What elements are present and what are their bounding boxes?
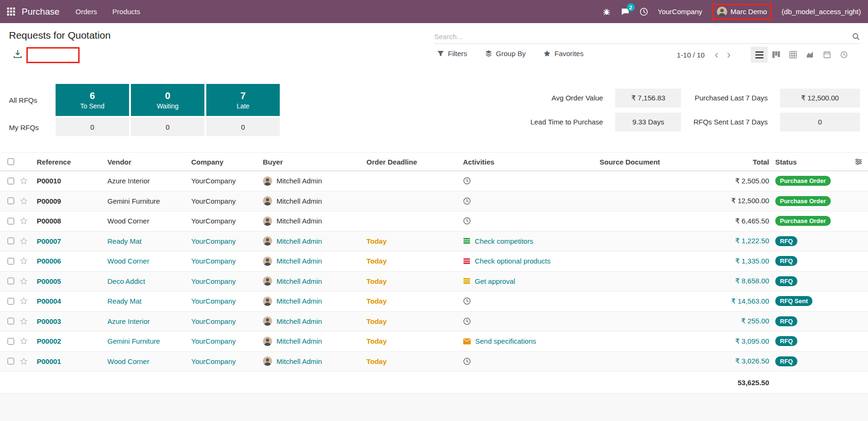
favorite-star-icon[interactable] xyxy=(20,177,37,185)
row-checkbox[interactable] xyxy=(8,258,14,264)
cell-vendor[interactable]: Ready Mat xyxy=(107,237,191,245)
table-row[interactable]: P00009 Gemini Furniture YourCompany Mitc… xyxy=(0,191,868,212)
cell-reference[interactable]: P00003 xyxy=(37,317,107,325)
table-row[interactable]: P00006 Wood Corner YourCompany Mitchell … xyxy=(0,251,868,272)
prev-page-chevron[interactable]: ‹ xyxy=(712,50,721,59)
cell-company[interactable]: YourCompany xyxy=(191,337,263,345)
optional-columns-icon[interactable] xyxy=(849,158,868,165)
view-calendar-icon[interactable] xyxy=(819,47,836,63)
table-row[interactable]: P00003 Azure Interior YourCompany Mitche… xyxy=(0,312,868,332)
table-row[interactable]: P00010 Azure Interior YourCompany Mitche… xyxy=(0,171,868,191)
cell-activities[interactable] xyxy=(463,177,600,185)
user-menu[interactable]: Marc Demo xyxy=(730,8,767,16)
list-icon[interactable] xyxy=(463,237,471,245)
favorite-star-icon[interactable] xyxy=(20,317,37,325)
cell-company[interactable]: YourCompany xyxy=(191,197,263,205)
card-to-send-my[interactable]: 0 xyxy=(56,117,129,136)
next-page-chevron[interactable]: › xyxy=(724,50,733,59)
header-activities[interactable]: Activities xyxy=(463,158,600,166)
cell-buyer[interactable]: Mitchell Admin xyxy=(263,337,366,346)
cell-buyer[interactable]: Mitchell Admin xyxy=(263,176,366,186)
cell-buyer[interactable]: Mitchell Admin xyxy=(263,356,366,366)
table-row[interactable]: P00007 Ready Mat YourCompany Mitchell Ad… xyxy=(0,231,868,252)
cell-company[interactable]: YourCompany xyxy=(191,317,263,325)
header-reference[interactable]: Reference xyxy=(37,158,107,166)
cell-activities[interactable]: Check competitors xyxy=(463,237,600,245)
cell-vendor[interactable]: Deco Addict xyxy=(107,277,191,285)
cell-company[interactable]: YourCompany xyxy=(191,357,263,365)
card-late-my[interactable]: 0 xyxy=(206,117,280,136)
header-order-deadline[interactable]: Order Deadline xyxy=(366,158,463,166)
favorite-star-icon[interactable] xyxy=(20,337,37,345)
cell-activities[interactable] xyxy=(463,357,600,365)
cell-company[interactable]: YourCompany xyxy=(191,257,263,265)
clock-icon[interactable] xyxy=(463,197,471,205)
header-status[interactable]: Status xyxy=(769,158,849,166)
list-icon[interactable] xyxy=(463,257,471,265)
user-avatar[interactable] xyxy=(717,7,727,17)
cell-reference[interactable]: P00006 xyxy=(37,257,107,265)
row-checkbox[interactable] xyxy=(8,238,14,244)
cell-vendor[interactable]: Ready Mat xyxy=(107,297,191,305)
row-checkbox[interactable] xyxy=(8,318,14,324)
clock-icon[interactable] xyxy=(463,357,471,365)
cell-reference[interactable]: P00009 xyxy=(37,197,107,205)
favorites-button[interactable]: Favorites xyxy=(544,50,584,58)
card-waiting[interactable]: 0 Waiting 0 xyxy=(131,84,204,136)
card-to-send[interactable]: 6 To Send 0 xyxy=(56,84,129,136)
favorite-star-icon[interactable] xyxy=(20,277,37,285)
cell-buyer[interactable]: Mitchell Admin xyxy=(263,236,366,246)
row-checkbox[interactable] xyxy=(8,278,14,284)
all-rfqs-label[interactable]: All RFQs xyxy=(9,96,37,104)
row-checkbox[interactable] xyxy=(8,358,14,364)
view-kanban-icon[interactable] xyxy=(768,47,785,63)
envelope-icon[interactable] xyxy=(463,338,471,345)
card-waiting-my[interactable]: 0 xyxy=(131,117,204,136)
favorite-star-icon[interactable] xyxy=(20,357,37,365)
header-vendor[interactable]: Vendor xyxy=(107,158,191,166)
cell-activities[interactable] xyxy=(463,217,600,225)
header-buyer[interactable]: Buyer xyxy=(263,158,366,166)
view-pivot-icon[interactable] xyxy=(785,47,802,63)
my-rfqs-label[interactable]: My RFQs xyxy=(9,124,39,132)
cell-vendor[interactable]: Azure Interior xyxy=(107,177,191,185)
favorite-star-icon[interactable] xyxy=(20,237,37,245)
header-total[interactable]: Total xyxy=(710,158,769,166)
row-checkbox[interactable] xyxy=(8,198,14,204)
menu-orders[interactable]: Orders xyxy=(69,0,104,23)
cell-buyer[interactable]: Mitchell Admin xyxy=(263,297,366,306)
search-icon[interactable] xyxy=(852,33,860,41)
download-icon[interactable] xyxy=(13,50,22,60)
row-checkbox[interactable] xyxy=(8,178,14,184)
cell-company[interactable]: YourCompany xyxy=(191,297,263,305)
cell-buyer[interactable]: Mitchell Admin xyxy=(263,276,366,286)
select-all-checkbox[interactable] xyxy=(8,158,14,165)
cell-activities[interactable]: Get approval xyxy=(463,277,600,285)
group-by-button[interactable]: Group By xyxy=(485,50,526,58)
view-activity-icon[interactable] xyxy=(836,47,852,63)
cell-vendor[interactable]: Wood Corner xyxy=(107,217,191,225)
cell-reference[interactable]: P00007 xyxy=(37,237,107,245)
clock-icon[interactable] xyxy=(463,177,471,185)
cell-vendor[interactable]: Gemini Furniture xyxy=(107,197,191,205)
table-row[interactable]: P00001 Wood Corner YourCompany Mitchell … xyxy=(0,352,868,372)
clock-icon[interactable] xyxy=(463,217,471,225)
cell-activities[interactable] xyxy=(463,317,600,325)
table-row[interactable]: P00008 Wood Corner YourCompany Mitchell … xyxy=(0,211,868,231)
menu-products[interactable]: Products xyxy=(106,0,147,23)
stat-avg-order-value[interactable]: ₹ 7,156.83 xyxy=(615,89,681,107)
table-row[interactable]: P00002 Gemini Furniture YourCompany Mitc… xyxy=(0,331,868,352)
row-checkbox[interactable] xyxy=(8,298,14,305)
favorite-star-icon[interactable] xyxy=(20,217,37,225)
cell-vendor[interactable]: Wood Corner xyxy=(107,257,191,265)
header-source-document[interactable]: Source Document xyxy=(600,158,710,166)
list-icon[interactable] xyxy=(463,277,471,285)
cell-activities[interactable]: Send specifications xyxy=(463,337,600,345)
clock-icon[interactable] xyxy=(463,317,471,325)
messages-icon[interactable]: 2 xyxy=(621,7,630,16)
app-name[interactable]: Purchase xyxy=(22,7,59,17)
cell-buyer[interactable]: Mitchell Admin xyxy=(263,316,366,326)
cell-vendor[interactable]: Azure Interior xyxy=(107,317,191,325)
table-row[interactable]: P00005 Deco Addict YourCompany Mitchell … xyxy=(0,272,868,292)
card-late[interactable]: 7 Late 0 xyxy=(206,84,280,136)
